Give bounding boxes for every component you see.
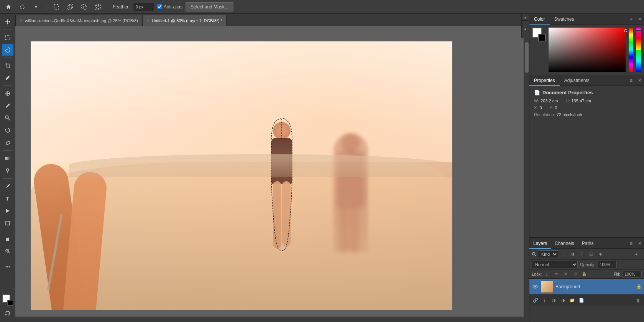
intersect-selection-btn[interactable] xyxy=(92,2,103,12)
layers-panel-menu[interactable]: ≡ xyxy=(627,241,636,246)
color-panel-close[interactable]: ✕ xyxy=(636,16,644,22)
bg-figure-leg2 xyxy=(350,206,359,252)
text-tool[interactable]: T xyxy=(2,193,13,204)
bg-swatch[interactable] xyxy=(538,34,546,41)
add-mask-btn[interactable]: ◑ xyxy=(550,297,558,304)
path-select-tool[interactable] xyxy=(2,205,13,217)
gradient-tool[interactable] xyxy=(2,153,13,164)
x-value: 0 xyxy=(539,105,542,110)
fg-bg-swatch-container[interactable] xyxy=(532,28,546,41)
heal-tool[interactable] xyxy=(2,88,13,99)
background-color[interactable] xyxy=(7,300,13,306)
new-fill-btn[interactable]: ◑ xyxy=(559,297,567,304)
props-panel-menu[interactable]: ≡ xyxy=(627,78,636,83)
color-gradient-picker[interactable] xyxy=(549,28,626,72)
svg-point-9 xyxy=(5,116,8,119)
shape-tool[interactable] xyxy=(2,217,13,229)
home-button[interactable] xyxy=(3,2,14,12)
resolution-field: Resolution: 72 pixels/inch xyxy=(534,112,582,117)
more-tools-btn[interactable] xyxy=(2,261,13,273)
history-brush-tool[interactable] xyxy=(2,125,13,136)
toolbar-separator-2 xyxy=(108,3,108,11)
hand-tool[interactable] xyxy=(2,233,13,245)
move-tool[interactable] xyxy=(2,16,13,28)
doc-props-title: Document Properties xyxy=(542,90,593,95)
anti-alias-checkbox[interactable] xyxy=(157,4,162,9)
wh-row: W: 203.2 cm H: 135.47 cm xyxy=(534,99,639,103)
lock-all-btn[interactable]: 🔒 xyxy=(581,271,588,278)
hue-slider[interactable] xyxy=(629,28,633,72)
res-value: 72 pixels/inch xyxy=(557,112,582,117)
eraser-tool[interactable] xyxy=(2,137,13,148)
layers-panel-close[interactable]: ✕ xyxy=(636,241,644,246)
fill-input[interactable] xyxy=(623,271,642,278)
link-layers-btn[interactable]: 🔗 xyxy=(532,297,539,304)
tab-1[interactable]: ✕ william-recinos-Qnd9uX6d-sM-unsplash.j… xyxy=(15,15,142,26)
tab-properties[interactable]: Properties xyxy=(529,75,560,86)
lock-transparent-btn[interactable]: ⬚ xyxy=(544,271,551,278)
tab-adjustments[interactable]: Adjustments xyxy=(560,75,594,86)
special-slider[interactable] xyxy=(636,28,641,72)
svg-point-12 xyxy=(7,169,9,171)
layer-lock-bg[interactable]: 🔒 xyxy=(636,284,642,289)
rotate-canvas-btn[interactable] xyxy=(2,307,13,319)
layers-tab-bar: Layers Channels Paths ≡ ✕ xyxy=(529,238,644,249)
lock-label: Lock: xyxy=(532,272,542,276)
fg-bg-colors[interactable] xyxy=(2,294,13,306)
eyedropper-tool[interactable] xyxy=(2,72,13,84)
right-panel: ◂ ◂ Color Swatches ≡ ✕ xyxy=(529,14,644,322)
opacity-input[interactable] xyxy=(598,261,617,268)
tab-channels[interactable]: Channels xyxy=(551,238,578,249)
lasso-options-dropdown[interactable] xyxy=(31,2,41,12)
lock-artboard-btn[interactable]: ⊞ xyxy=(572,271,578,278)
subtract-selection-btn[interactable] xyxy=(79,2,89,12)
color-panel-menu[interactable]: ≡ xyxy=(627,16,636,22)
filter-pixel-btn[interactable]: ⬚ xyxy=(560,250,567,258)
filter-toggle-btn[interactable]: ● xyxy=(631,250,642,258)
layer-filter-kind[interactable]: Kind xyxy=(538,250,558,258)
props-panel-close[interactable]: ✕ xyxy=(636,78,644,83)
layer-visibility-bg[interactable] xyxy=(532,283,539,290)
crop-tool[interactable] xyxy=(2,60,13,71)
delete-layer-btn[interactable]: 🗑 xyxy=(634,297,642,304)
tab-paths[interactable]: Paths xyxy=(578,238,598,249)
tab-close-2[interactable]: ✕ xyxy=(146,18,150,23)
tab-color[interactable]: Color xyxy=(529,14,550,25)
filter-smartobj-btn[interactable]: ◈ xyxy=(596,250,604,258)
tab-2[interactable]: ✕ Untitled-1 @ 50% (Layer 1, RGB/8*) * xyxy=(142,15,227,26)
filter-adjustment-btn[interactable]: ◑ xyxy=(569,250,577,258)
select-and-mask-button[interactable]: Select and Mask... xyxy=(186,2,233,12)
new-layer-btn[interactable]: 📄 xyxy=(578,297,585,304)
tab-bar: ✕ william-recinos-Qnd9uX6d-sM-unsplash.j… xyxy=(15,14,529,26)
zoom-tool[interactable] xyxy=(2,245,13,257)
add-selection-btn[interactable] xyxy=(65,2,76,12)
pen-tool[interactable] xyxy=(2,181,13,192)
new-selection-btn[interactable] xyxy=(51,2,62,12)
marquee-tool[interactable] xyxy=(2,32,13,43)
feather-input[interactable] xyxy=(133,3,154,11)
layers-filter-bar: Kind ⬚ ◑ T ◱ ◈ ● xyxy=(529,249,644,260)
selection-svg xyxy=(268,118,295,252)
canvas-viewport[interactable] xyxy=(15,26,529,322)
tab-layers[interactable]: Layers xyxy=(529,238,551,249)
lasso-tool[interactable] xyxy=(2,44,13,56)
add-style-btn[interactable]: ƒ xyxy=(541,297,549,304)
lock-position-btn[interactable]: ✥ xyxy=(562,271,569,278)
tab-close-1[interactable]: ✕ xyxy=(20,18,23,23)
lock-pixels-btn[interactable]: ✏ xyxy=(553,271,560,278)
blend-mode-select[interactable]: Normal xyxy=(532,261,578,268)
new-group-btn[interactable]: 📁 xyxy=(568,297,576,304)
canvas-scroll-right[interactable] xyxy=(524,26,529,322)
brush-tool[interactable] xyxy=(2,100,13,112)
layer-row-background[interactable]: Background 🔒 xyxy=(529,279,644,295)
filter-shape-btn[interactable]: ◱ xyxy=(587,250,595,258)
filter-type-btn[interactable]: T xyxy=(578,250,586,258)
tool-sep-2 xyxy=(3,58,12,58)
tab-swatches[interactable]: Swatches xyxy=(550,14,579,25)
clone-stamp-tool[interactable] xyxy=(2,112,13,124)
canvas-scroll-bottom[interactable] xyxy=(15,317,529,322)
dodge-tool[interactable] xyxy=(2,165,13,176)
scroll-thumb-v[interactable] xyxy=(525,42,529,73)
background-figure xyxy=(334,133,368,252)
lasso-tool-options-btn[interactable] xyxy=(17,2,28,12)
